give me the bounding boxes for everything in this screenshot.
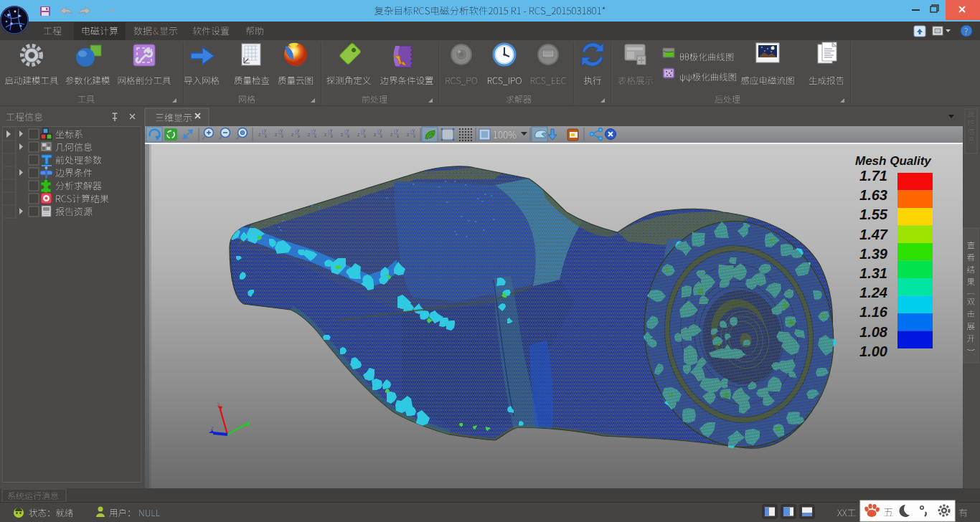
svg-text:1.47: 1.47	[859, 227, 888, 242]
svg-text:1.55: 1.55	[859, 207, 888, 222]
svg-text:Mesh Quality: Mesh Quality	[855, 154, 932, 168]
svg-text:1.39: 1.39	[859, 246, 888, 262]
svg-text:1.08: 1.08	[859, 324, 888, 340]
svg-text:1.00: 1.00	[859, 343, 887, 359]
svg-text:1.24: 1.24	[859, 285, 887, 300]
svg-text:1.63: 1.63	[859, 187, 887, 203]
svg-text:1.16: 1.16	[859, 304, 888, 320]
svg-text:1.71: 1.71	[859, 168, 887, 184]
svg-text:1.31: 1.31	[859, 265, 887, 281]
